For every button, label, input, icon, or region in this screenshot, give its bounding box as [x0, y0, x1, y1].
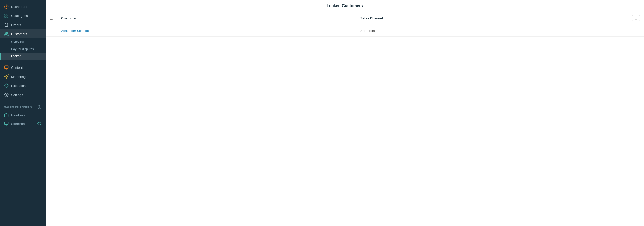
row-actions-button[interactable]: ··· [632, 28, 639, 34]
customers-icon [4, 32, 9, 36]
header-customer: Customer ··· [57, 12, 356, 25]
sidebar-item-content[interactable]: Content [0, 63, 46, 72]
svg-rect-2 [7, 14, 8, 15]
sidebar-label-customers: Customers [11, 32, 27, 36]
svg-rect-3 [7, 16, 8, 17]
content-icon [4, 65, 9, 70]
table-body: Alexander Schmidt Storefront ··· [46, 25, 644, 37]
orders-icon [4, 22, 9, 27]
sidebar-label-content: Content [11, 66, 23, 70]
sidebar-item-dashboard[interactable]: Dashboard [0, 2, 46, 11]
sidebar: Dashboard Catalogues Orders [0, 0, 46, 226]
header-checkbox-col [46, 12, 57, 25]
sidebar-label-catalogues: Catalogues [11, 14, 28, 18]
row-checkbox-cell [46, 25, 57, 37]
channel-item-headless[interactable]: Headless [0, 111, 46, 119]
settings-icon [4, 93, 9, 97]
svg-point-6 [5, 32, 7, 34]
sidebar-item-catalogues[interactable]: Catalogues [0, 11, 46, 20]
divider-2 [0, 101, 46, 101]
svg-point-15 [39, 123, 40, 124]
customer-col-options[interactable]: ··· [78, 16, 82, 20]
sidebar-item-orders[interactable]: Orders [0, 20, 46, 29]
customer-link[interactable]: Alexander Schmidt [61, 29, 89, 33]
sidebar-item-marketing[interactable]: Marketing [0, 72, 46, 81]
row-sales-channel-cell: Storefront [356, 25, 628, 37]
storefront-channel-label: Storefront [11, 122, 26, 126]
divider-1 [0, 61, 46, 61]
storefront-eye-icon[interactable] [37, 122, 41, 126]
dashboard-icon [4, 4, 9, 9]
svg-rect-4 [5, 16, 6, 17]
sidebar-label-dashboard: Dashboard [11, 5, 27, 9]
locked-label: Locked [11, 54, 21, 58]
sidebar-item-customers[interactable]: Customers [0, 29, 46, 38]
row-actions-cell: ··· [628, 25, 644, 37]
customers-table: Customer ··· Sales Channel ··· ⊞ [46, 12, 644, 37]
storefront-channel-icon [4, 121, 9, 126]
sidebar-item-settings[interactable]: Settings [0, 90, 46, 99]
sales-channel-col-label: Sales Channel [360, 16, 383, 20]
select-all-checkbox[interactable] [50, 16, 53, 20]
customer-col-label: Customer [61, 16, 77, 20]
overview-label: Overview [11, 40, 24, 44]
sales-channels-label: Sales Channels [4, 106, 32, 109]
sidebar-item-extensions[interactable]: Extensions [0, 81, 46, 90]
sales-channels-header: Sales Channels [0, 103, 46, 111]
svg-rect-14 [5, 122, 8, 125]
sidebar-label-extensions: Extensions [11, 84, 27, 88]
sidebar-nav: Dashboard Catalogues Orders [0, 0, 46, 226]
svg-rect-7 [5, 66, 8, 69]
paypal-disputes-label: PayPal disputes [11, 47, 34, 51]
table-row: Alexander Schmidt Storefront ··· [46, 25, 644, 37]
sidebar-label-settings: Settings [11, 93, 23, 97]
sidebar-subitem-locked[interactable]: Locked [0, 53, 46, 60]
row-customer-cell: Alexander Schmidt [57, 25, 356, 37]
extensions-icon [4, 83, 9, 88]
svg-rect-5 [6, 23, 7, 24]
headless-channel-icon [4, 113, 9, 117]
sidebar-label-orders: Orders [11, 23, 21, 27]
channel-item-storefront[interactable]: Storefront [0, 119, 46, 128]
page-title: Locked Customers [52, 4, 638, 8]
sidebar-subitem-paypal-disputes[interactable]: PayPal disputes [0, 46, 46, 53]
row-sales-channel-value: Storefront [360, 29, 375, 33]
sidebar-subitem-overview[interactable]: Overview [0, 38, 46, 46]
sidebar-label-marketing: Marketing [11, 75, 26, 79]
svg-point-8 [6, 85, 7, 86]
table-container: Customer ··· Sales Channel ··· ⊞ [46, 12, 644, 226]
table-header: Customer ··· Sales Channel ··· ⊞ [46, 12, 644, 25]
row-checkbox[interactable] [50, 29, 53, 32]
main-content: Locked Customers Customer ··· [46, 0, 644, 226]
header-sales-channel: Sales Channel ··· [356, 12, 628, 25]
table-view-options-button[interactable]: ⊞ [632, 15, 640, 21]
svg-rect-1 [5, 14, 6, 15]
page-header: Locked Customers [46, 0, 644, 12]
svg-point-9 [6, 94, 7, 96]
header-actions: ⊞ [628, 12, 644, 25]
svg-rect-13 [5, 114, 8, 117]
add-channel-icon[interactable] [37, 105, 41, 109]
catalogues-icon [4, 13, 9, 18]
sales-channel-col-options[interactable]: ··· [384, 16, 389, 20]
marketing-icon [4, 74, 9, 79]
headless-channel-label: Headless [11, 113, 25, 117]
